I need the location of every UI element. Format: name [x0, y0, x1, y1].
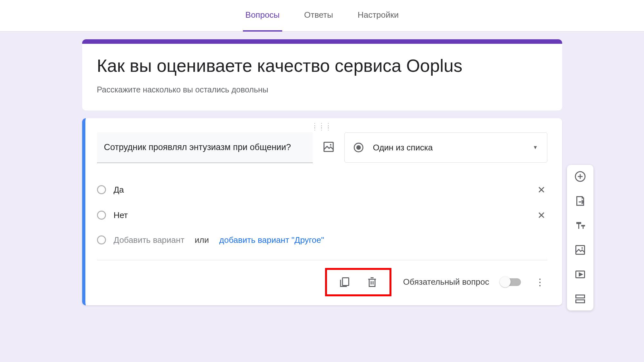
svg-rect-4 — [576, 246, 584, 254]
workspace: Как вы оцениваете качество сервиса Ooplu… — [0, 32, 644, 305]
option-text-input[interactable]: Да — [114, 185, 528, 195]
question-header-row: Сотрудник проявлял энтузиазм при общении… — [97, 132, 547, 163]
remove-option-icon[interactable]: ✕ — [535, 210, 547, 221]
add-title-icon[interactable] — [574, 220, 586, 231]
option-text-input[interactable]: Нет — [114, 210, 528, 220]
radio-outline-icon — [97, 235, 106, 244]
svg-point-5 — [581, 247, 583, 249]
duplicate-icon[interactable] — [339, 276, 350, 288]
add-section-icon[interactable] — [574, 293, 586, 305]
option-row: Нет ✕ — [97, 203, 547, 228]
option-row: Да ✕ — [97, 177, 547, 203]
tab-settings[interactable]: Настройки — [355, 0, 401, 32]
question-footer: Обязательный вопрос ⋮ — [97, 260, 547, 296]
top-tabs: Вопросы Ответы Настройки — [0, 0, 644, 32]
or-text: или — [195, 235, 209, 245]
add-question-icon[interactable] — [574, 171, 586, 182]
import-questions-icon[interactable] — [574, 195, 586, 207]
question-type-label: Один из списка — [373, 143, 523, 153]
add-other-button[interactable]: добавить вариант "Другое" — [219, 235, 324, 245]
svg-rect-0 — [324, 142, 333, 152]
question-type-select[interactable]: Один из списка ▼ — [344, 132, 547, 163]
question-card: ⋮⋮⋮⋮⋮⋮ Сотрудник проявлял энтузиазм при … — [82, 118, 562, 305]
highlight-annotation — [325, 268, 391, 296]
radio-outline-icon — [97, 211, 106, 220]
radio-outline-icon — [97, 185, 106, 194]
required-toggle[interactable] — [501, 278, 521, 286]
tab-questions[interactable]: Вопросы — [243, 0, 283, 32]
required-label: Обязательный вопрос — [403, 277, 489, 287]
form-description[interactable]: Расскажите насколько вы остались довольн… — [97, 85, 547, 94]
question-text-input[interactable]: Сотрудник проявлял энтузиазм при общении… — [97, 132, 313, 163]
drag-handle-icon[interactable]: ⋮⋮⋮⋮⋮⋮ — [97, 123, 547, 132]
radio-icon — [354, 143, 363, 152]
svg-rect-8 — [576, 300, 584, 303]
add-option-row: Добавить вариант или добавить вариант "Д… — [97, 228, 547, 255]
svg-rect-7 — [576, 295, 584, 298]
add-image-icon[interactable] — [322, 141, 335, 153]
chevron-down-icon: ▼ — [533, 145, 538, 150]
tab-answers[interactable]: Ответы — [302, 0, 336, 32]
side-toolbar — [567, 165, 593, 310]
add-option-button[interactable]: Добавить вариант — [114, 235, 185, 245]
add-image-icon[interactable] — [574, 244, 586, 256]
form-header-card[interactable]: Как вы оцениваете качество сервиса Ooplu… — [82, 39, 562, 110]
form-title[interactable]: Как вы оцениваете качество сервиса Ooplu… — [97, 55, 547, 76]
remove-option-icon[interactable]: ✕ — [535, 184, 547, 195]
form-column: Как вы оцениваете качество сервиса Ooplu… — [82, 39, 562, 305]
add-video-icon[interactable] — [574, 269, 586, 280]
delete-icon[interactable] — [366, 276, 378, 288]
more-options-icon[interactable]: ⋮ — [533, 280, 547, 284]
svg-rect-2 — [342, 278, 349, 285]
svg-point-1 — [330, 144, 331, 146]
